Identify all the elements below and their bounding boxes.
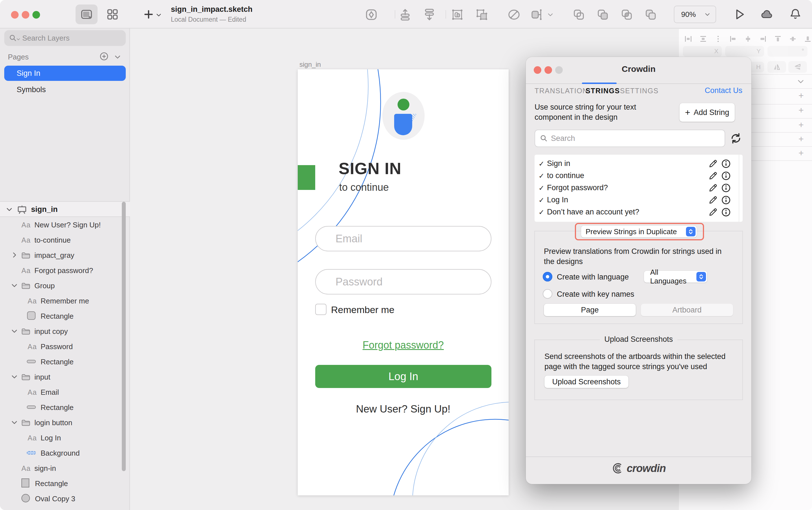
email-input[interactable] — [336, 227, 482, 251]
align-bottom-icon[interactable] — [804, 35, 812, 43]
distribute-vertically-icon[interactable] — [699, 35, 707, 43]
tab-settings[interactable]: SETTINGS — [620, 87, 659, 95]
flip-horizontal-button[interactable] — [767, 61, 786, 73]
layer-row[interactable]: Aa Email — [0, 384, 122, 399]
dialog-search-input[interactable] — [551, 134, 709, 143]
notifications-button[interactable] — [789, 7, 802, 22]
layer-row[interactable]: input copy — [0, 324, 122, 339]
password-input[interactable] — [336, 270, 482, 294]
add-page-button[interactable] — [99, 52, 109, 62]
layer-row[interactable]: Aa Log In — [0, 430, 122, 445]
remember-me-checkbox[interactable] — [315, 304, 326, 315]
move-forward-button[interactable] — [398, 8, 412, 23]
boolean-difference-button[interactable] — [644, 8, 658, 23]
insert-button[interactable] — [143, 9, 154, 21]
mask-button[interactable] — [507, 8, 521, 23]
layers-scrollbar[interactable] — [122, 202, 126, 471]
chevron-down-icon[interactable] — [11, 373, 18, 382]
align-left-icon[interactable] — [729, 35, 737, 43]
string-row[interactable]: ✓ Don’t have an account yet? — [534, 206, 743, 218]
page-scope-button[interactable]: Page — [544, 304, 636, 316]
refresh-strings-button[interactable] — [729, 132, 742, 146]
email-field[interactable] — [315, 226, 491, 251]
chevron-down-icon[interactable] — [11, 419, 18, 427]
group-button[interactable] — [451, 8, 464, 23]
sidebar-page-sign-in[interactable]: Sign In — [4, 66, 126, 81]
distribute-horizontally-icon[interactable] — [684, 35, 692, 43]
x-position-field[interactable]: X — [683, 46, 722, 57]
upload-screenshots-button[interactable]: Upload Screenshots — [545, 376, 629, 388]
minimize-window-button[interactable] — [22, 11, 29, 19]
insert-menu-chevron[interactable] — [156, 12, 162, 19]
string-info-button[interactable] — [721, 159, 731, 170]
string-row[interactable]: ✓ to continue — [534, 170, 743, 182]
language-dropdown[interactable]: All Languages — [644, 271, 707, 282]
layer-row[interactable]: Rectangle — [0, 354, 122, 369]
grid-view-toggle[interactable] — [102, 4, 123, 24]
align-right-icon[interactable] — [759, 35, 767, 43]
scale-button[interactable] — [530, 8, 543, 23]
sign-up-text[interactable]: New User? Sign Up! — [298, 403, 509, 415]
align-top-icon[interactable] — [774, 35, 782, 43]
layer-row[interactable]: Rectangle — [0, 399, 122, 415]
align-horizontal-center-icon[interactable] — [744, 35, 752, 43]
search-layers-field[interactable] — [4, 30, 126, 46]
string-info-button[interactable] — [721, 183, 731, 194]
move-backward-button[interactable] — [423, 8, 436, 23]
chevron-down-icon[interactable] — [11, 282, 18, 290]
scale-menu-chevron[interactable] — [547, 11, 554, 19]
zoom-window-button[interactable] — [32, 11, 40, 19]
layer-row[interactable]: Aa Forgot password? — [0, 263, 122, 278]
y-position-field[interactable]: Y — [725, 46, 764, 57]
boolean-subtract-button[interactable] — [596, 8, 610, 23]
tab-strings[interactable]: STRINGS — [586, 87, 620, 95]
string-info-button[interactable] — [721, 207, 731, 218]
create-with-language-radio[interactable] — [543, 272, 552, 281]
boolean-union-button[interactable] — [572, 8, 586, 23]
add-style-button[interactable]: + — [799, 148, 804, 158]
layer-row[interactable]: Aa Password — [0, 339, 122, 354]
preview-button[interactable] — [733, 8, 746, 22]
add-style-button[interactable]: + — [799, 120, 804, 130]
artboard[interactable]: SIGN IN to continue Remember me Forgot p… — [298, 69, 509, 496]
layer-row[interactable]: Group — [0, 278, 122, 293]
cloud-sync-button[interactable] — [759, 8, 774, 22]
zoom-level-dropdown[interactable]: 90% — [674, 6, 716, 23]
layer-row[interactable]: Rectangle — [0, 476, 122, 491]
add-style-button[interactable]: + — [799, 134, 804, 144]
string-row[interactable]: ✓ Forgot password? — [534, 182, 743, 194]
layer-row[interactable]: input — [0, 369, 122, 384]
tab-translation[interactable]: TRANSLATION — [534, 87, 588, 95]
layer-row[interactable]: Aa New User? Sign Up! — [0, 217, 122, 232]
password-field[interactable] — [315, 269, 491, 295]
string-row[interactable]: ✓ Sign in — [534, 157, 743, 170]
chevron-down-icon[interactable] — [6, 206, 13, 214]
layer-row[interactable]: Background — [0, 445, 122, 460]
list-scrollbar-track[interactable] — [739, 155, 739, 222]
layer-row[interactable]: Aa sign-in — [0, 460, 122, 476]
search-layers-input[interactable] — [22, 34, 115, 42]
forgot-password-link[interactable]: Forgot password? — [362, 339, 444, 351]
flip-vertical-button[interactable] — [788, 61, 807, 73]
layer-row[interactable]: Aa to-continue — [0, 232, 122, 247]
align-vertical-center-icon[interactable] — [789, 35, 797, 43]
ungroup-button[interactable] — [475, 8, 489, 23]
chevron-right-icon[interactable] — [11, 251, 18, 260]
layer-row[interactable]: Rectangle — [0, 308, 122, 324]
dialog-search-field[interactable] — [534, 130, 725, 147]
chevron-down-icon[interactable] — [11, 327, 18, 336]
edit-string-button[interactable] — [708, 171, 718, 182]
canvas-view-toggle[interactable] — [76, 4, 97, 24]
layer-row[interactable]: login button — [0, 415, 122, 430]
add-style-button[interactable]: + — [799, 90, 804, 101]
preview-strings-dropdown[interactable]: Preview Strings in Duplicate — [581, 226, 697, 238]
more-options-icon[interactable] — [714, 35, 722, 43]
create-with-key-names-radio[interactable] — [543, 289, 552, 299]
string-info-button[interactable] — [721, 171, 731, 182]
layer-row[interactable]: impact_gray — [0, 247, 122, 263]
edit-string-button[interactable] — [708, 195, 718, 206]
collapse-pages-button[interactable] — [114, 53, 121, 62]
layer-row[interactable]: Aa Remember me — [0, 293, 122, 308]
sidebar-page-symbols[interactable]: Symbols — [4, 83, 126, 97]
edit-string-button[interactable] — [708, 207, 718, 218]
